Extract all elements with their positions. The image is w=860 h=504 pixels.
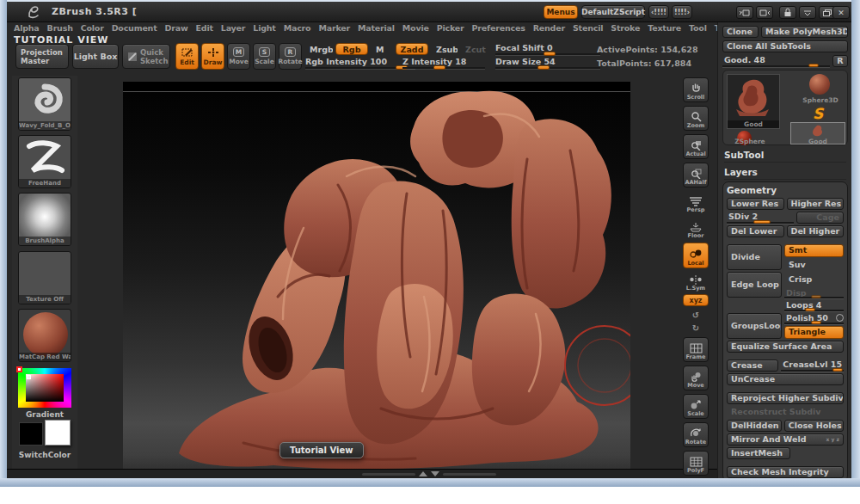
crease-button[interactable]: Crease xyxy=(727,360,778,372)
stroke-thumbnail[interactable]: FreeHand xyxy=(18,135,71,188)
subtool-palette-header[interactable]: SubTool xyxy=(724,150,846,163)
focal-shift-slider[interactable]: Focal Shift 0 xyxy=(495,43,600,56)
rotate-mode-button[interactable]: R Rotate xyxy=(279,43,302,70)
actual-button[interactable]: Actual xyxy=(683,134,709,159)
slider-handle[interactable] xyxy=(753,220,771,224)
polish-slider[interactable]: Polish 50 xyxy=(784,313,844,324)
menu-preferences[interactable]: Preferences xyxy=(472,23,525,34)
mrgb-toggle[interactable]: Mrgb xyxy=(305,44,333,55)
menu-tool[interactable]: Tool xyxy=(689,23,707,34)
menu-alpha[interactable]: Alpha xyxy=(14,23,40,34)
menu-light[interactable]: Light xyxy=(253,23,275,34)
quick-sketch-button[interactable]: Quick Sketch xyxy=(122,44,170,69)
secondary-color-swatch[interactable] xyxy=(45,420,71,446)
disp-slider[interactable]: Disp xyxy=(784,288,844,299)
menu-texture[interactable]: Texture xyxy=(648,23,681,34)
reproject-higher-subdiv-button[interactable]: Reproject Higher Subdiv xyxy=(727,392,844,404)
slider-handle[interactable] xyxy=(811,321,821,324)
zsub-toggle[interactable]: Zsub xyxy=(432,44,458,55)
smt-toggle[interactable]: Smt xyxy=(784,244,844,257)
close-button[interactable]: ✕ xyxy=(832,6,850,19)
tray-expand-icon[interactable] xyxy=(419,471,427,476)
insert-mesh-button[interactable]: InsertMesh xyxy=(727,447,790,459)
polish-mode-icon[interactable] xyxy=(836,314,844,322)
default-zscript-button[interactable]: DefaultZScript xyxy=(581,5,645,19)
color-picker-square[interactable] xyxy=(26,374,64,402)
m-toggle[interactable]: M xyxy=(372,44,387,55)
cage-button[interactable]: Cage xyxy=(796,212,844,224)
main-color-swatch[interactable] xyxy=(19,422,43,446)
zoom-button[interactable]: Zoom xyxy=(683,106,709,131)
divide-button[interactable]: Divide xyxy=(727,244,782,270)
zcut-toggle[interactable]: Zcut xyxy=(461,44,487,55)
switch-color-label[interactable]: SwitchColor xyxy=(12,451,77,459)
higher-res-button[interactable]: Higher Res xyxy=(787,198,845,210)
scroll-button[interactable]: Scroll xyxy=(683,77,709,102)
geometry-palette-header[interactable]: Geometry xyxy=(727,185,844,195)
alpha-thumbnail[interactable]: BrushAlpha xyxy=(18,193,71,246)
slider-handle[interactable] xyxy=(805,308,815,311)
menu-macro[interactable]: Macro xyxy=(284,23,311,34)
equalize-surface-area-button[interactable]: Equalize Surface Area xyxy=(727,341,844,353)
groups-loops-button[interactable]: GroupsLoops xyxy=(727,313,782,339)
next-ui-layout-button[interactable]: !!!!› xyxy=(672,5,692,19)
mirror-and-weld-button[interactable]: Mirror And Weld x y z xyxy=(727,433,844,446)
lsym-button[interactable]: L.Sym xyxy=(683,272,709,292)
zadd-toggle[interactable]: Zadd xyxy=(396,43,428,55)
menu-stroke[interactable]: Stroke xyxy=(611,23,640,34)
gradient-label[interactable]: Gradient xyxy=(12,410,77,419)
clone-button[interactable]: Clone xyxy=(722,26,759,38)
color-picker[interactable] xyxy=(18,368,71,408)
prev-ui-layout-button[interactable]: ‹!!!! xyxy=(648,5,669,19)
minimize-button[interactable] xyxy=(799,6,816,19)
rgb-toggle[interactable]: Rgb xyxy=(335,43,368,55)
material-thumbnail[interactable]: MatCap Red Wa xyxy=(18,309,71,362)
scale-3d-button[interactable]: Scale xyxy=(683,394,709,419)
tray-collapse-icon[interactable] xyxy=(431,471,439,476)
recent-tool-thumbnail[interactable]: Good xyxy=(790,122,845,144)
del-hidden-button[interactable]: DelHidden xyxy=(727,420,782,432)
polyframe-button[interactable]: PolyF xyxy=(683,451,709,476)
spin-left-button[interactable]: ↺ xyxy=(683,310,709,321)
simplebrush-thumbnail[interactable]: S xyxy=(813,105,823,122)
menu-stencil[interactable]: Stencil xyxy=(573,23,603,34)
sdiv-slider[interactable]: SDiv 2 xyxy=(727,212,794,224)
suv-toggle[interactable]: Suv xyxy=(784,259,844,272)
layers-palette-header[interactable]: Layers xyxy=(724,167,846,180)
texture-thumbnail[interactable]: Texture Off xyxy=(18,251,71,304)
make-polymesh3d-button[interactable]: Make PolyMesh3D xyxy=(761,26,848,38)
floor-button[interactable]: Floor xyxy=(683,217,709,240)
z-intensity-slider[interactable]: Z Intensity 18 xyxy=(402,57,485,70)
lower-res-button[interactable]: Lower Res xyxy=(727,198,784,210)
brush-thumbnail[interactable]: Wavy_Fold_B_O xyxy=(18,77,71,131)
del-higher-button[interactable]: Del Higher xyxy=(787,225,845,237)
menus-button[interactable]: Menus xyxy=(544,5,578,19)
local-button[interactable]: Local xyxy=(683,243,709,268)
next-document-button[interactable] xyxy=(756,6,773,19)
close-holes-button[interactable]: Close Holes xyxy=(784,420,844,432)
reconstruct-subdiv-button[interactable]: Reconstruct Subdiv xyxy=(727,406,844,418)
loops-slider[interactable]: Loops 4 xyxy=(784,300,844,311)
document-canvas[interactable]: Tutorial View xyxy=(123,82,630,470)
menu-draw[interactable]: Draw xyxy=(165,23,188,34)
slider-handle[interactable] xyxy=(544,52,556,56)
sphere3d-thumbnail[interactable] xyxy=(809,74,830,95)
xyz-button[interactable]: xyz xyxy=(683,294,709,306)
menu-layer[interactable]: Layer xyxy=(221,23,246,34)
slider-handle[interactable] xyxy=(832,368,843,372)
menu-picker[interactable]: Picker xyxy=(437,23,464,34)
crease-lvl-slider[interactable]: CreaseLvl 15 xyxy=(781,360,844,372)
edge-loop-button[interactable]: Edge Loop xyxy=(727,272,782,298)
uncrease-button[interactable]: UnCrease xyxy=(727,373,844,385)
spin-right-button[interactable]: ↻ xyxy=(683,323,709,334)
triangle-toggle[interactable]: Triangle xyxy=(784,326,844,339)
slider-handle[interactable] xyxy=(538,65,550,70)
scale-mode-button[interactable]: S Scale xyxy=(253,43,276,70)
rgb-intensity-slider[interactable]: Rgb Intensity 100 xyxy=(305,57,415,70)
menu-material[interactable]: Material xyxy=(358,23,395,34)
draw-mode-button[interactable]: Draw xyxy=(201,43,224,70)
persp-button[interactable]: Persp xyxy=(683,191,709,214)
light-box-button[interactable]: Light Box xyxy=(72,44,119,69)
move-3d-button[interactable]: Move xyxy=(683,366,709,390)
menu-color[interactable]: Color xyxy=(81,23,104,34)
